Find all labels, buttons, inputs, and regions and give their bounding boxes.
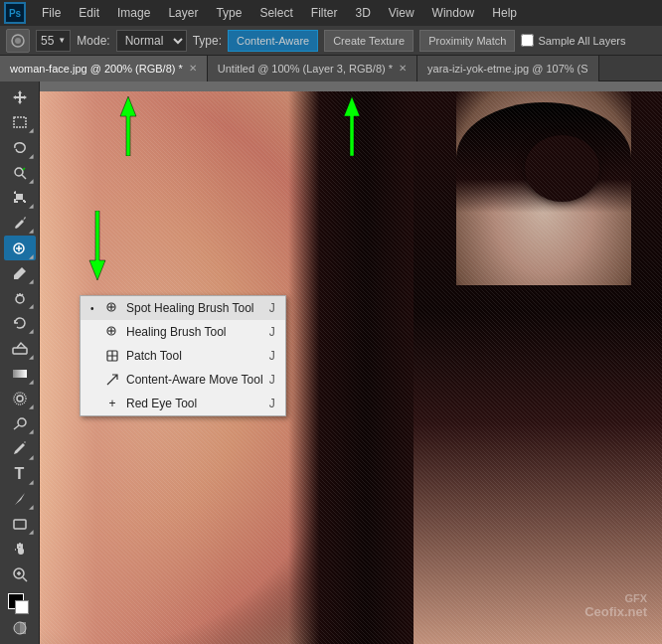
gradient-tool[interactable]: ◢ (4, 362, 36, 386)
menu-3d[interactable]: 3D (347, 3, 378, 23)
tab-woman-label: woman-face.jpg @ 200% (RGB/8) * (10, 63, 183, 75)
mode-label: Mode: (77, 34, 109, 48)
menu-view[interactable]: View (381, 3, 422, 23)
menu-image[interactable]: Image (109, 3, 158, 23)
healing-brush-tool[interactable]: ◢ (4, 236, 36, 259)
tool-context-menu: • Spot Healing Brush Tool J Healing Brus… (80, 295, 286, 416)
svg-line-14 (14, 425, 19, 429)
svg-rect-21 (20, 622, 26, 634)
popup-item-spot-healing[interactable]: • Spot Healing Brush Tool J (81, 296, 285, 320)
spot-healing-icon (104, 300, 120, 316)
brush-dropdown-icon: ▼ (58, 36, 66, 45)
create-texture-btn[interactable]: Create Texture (324, 30, 414, 52)
tool-preset-picker[interactable] (6, 29, 30, 53)
brush-tool[interactable]: ◢ (4, 261, 36, 285)
hand-tool[interactable] (4, 537, 36, 561)
watermark-text: Ceofix.net (584, 604, 647, 619)
popup-label-red-eye: Red Eye Tool (126, 397, 197, 410)
clone-stamp-tool[interactable]: ◢ (4, 286, 36, 310)
tab-yara[interactable]: yara-izi-yok-etme.jpg @ 107% (S (417, 56, 599, 81)
selected-bullet: • (90, 303, 98, 314)
quick-select-tool[interactable]: ◢ (4, 161, 36, 185)
blur-tool[interactable]: ◢ (4, 387, 36, 410)
svg-line-4 (22, 175, 26, 179)
quick-mask-tool[interactable] (4, 616, 36, 640)
zoom-tool[interactable] (4, 562, 36, 585)
popup-shortcut-4: J (269, 397, 275, 410)
menu-layer[interactable]: Layer (160, 3, 206, 23)
patch-tool-icon (104, 348, 120, 364)
svg-rect-15 (14, 520, 26, 529)
menu-type[interactable]: Type (208, 3, 249, 23)
path-selection-tool[interactable]: ◢ (4, 487, 36, 511)
popup-label-content-aware-move: Content-Aware Move Tool (126, 373, 263, 387)
sample-all-layers-checkbox[interactable] (521, 34, 534, 47)
crop-tool[interactable]: ◢ (4, 186, 36, 210)
content-aware-move-icon (104, 372, 120, 388)
tab-woman[interactable]: woman-face.jpg @ 200% (RGB/8) * ✕ (0, 56, 208, 81)
menu-filter[interactable]: Filter (303, 3, 346, 23)
tab-yara-label: yara-izi-yok-etme.jpg @ 107% (S (427, 63, 588, 75)
pen-tool[interactable]: ◢ (4, 436, 36, 460)
tab-untitled-label: Untitled @ 100% (Layer 3, RGB/8) * (218, 63, 393, 75)
popup-shortcut-3: J (269, 373, 275, 387)
svg-point-3 (15, 168, 23, 176)
sample-all-layers-label[interactable]: Sample All Layers (521, 34, 625, 47)
popup-item-red-eye[interactable]: + Red Eye Tool J (81, 392, 285, 415)
svg-point-1 (15, 38, 21, 44)
svg-line-17 (23, 577, 27, 581)
color-boxes[interactable] (4, 591, 36, 615)
menubar: Ps File Edit Image Layer Type Select Fil… (0, 0, 662, 26)
history-brush-tool[interactable]: ◢ (4, 311, 36, 335)
eyedropper-tool[interactable]: ◢ (4, 211, 36, 235)
tabsbar: woman-face.jpg @ 200% (RGB/8) * ✕ Untitl… (0, 56, 662, 81)
popup-label-spot-healing: Spot Healing Brush Tool (126, 301, 254, 315)
eraser-tool[interactable]: ◢ (4, 336, 36, 360)
rectangle-tool[interactable]: ◢ (4, 512, 36, 536)
app-logo: Ps (4, 2, 26, 24)
tab-untitled-close[interactable]: ✕ (399, 63, 407, 74)
brush-size-value: 55 (41, 34, 54, 48)
popup-item-healing-brush[interactable]: Healing Brush Tool J (81, 320, 285, 344)
lasso-tool[interactable]: ◢ (4, 135, 36, 159)
canvas-area[interactable]: GFX Ceofix.net • (40, 81, 662, 644)
optionsbar: 55 ▼ Mode: Normal Multiply Screen Type: … (0, 26, 662, 56)
proximity-match-btn[interactable]: Proximity Match (419, 30, 515, 52)
menu-window[interactable]: Window (424, 3, 483, 23)
content-aware-btn[interactable]: Content-Aware (228, 30, 318, 52)
popup-shortcut-0: J (269, 301, 275, 315)
mode-dropdown[interactable]: Normal Multiply Screen (116, 30, 187, 52)
healing-brush-icon (104, 324, 120, 340)
menu-help[interactable]: Help (484, 3, 525, 23)
watermark-container: GFX Ceofix.net (584, 592, 647, 619)
svg-rect-9 (13, 348, 27, 354)
main-area: ◢ ◢ ◢ ◢ ◢ ◢ ◢ (0, 81, 662, 644)
tab-woman-close[interactable]: ✕ (189, 63, 197, 74)
svg-rect-10 (13, 370, 27, 378)
type-tool[interactable]: T ◢ (4, 462, 36, 486)
menu-select[interactable]: Select (251, 3, 300, 23)
svg-point-8 (16, 295, 24, 303)
popup-label-healing-brush: Healing Brush Tool (126, 325, 227, 339)
brush-size-display[interactable]: 55 ▼ (36, 30, 71, 52)
svg-point-13 (18, 418, 26, 426)
svg-point-11 (14, 393, 26, 404)
move-tool[interactable] (4, 85, 36, 109)
svg-point-12 (17, 396, 23, 402)
popup-shortcut-1: J (269, 325, 275, 339)
menu-edit[interactable]: Edit (71, 3, 107, 23)
svg-rect-2 (14, 117, 26, 127)
type-label: Type: (193, 34, 222, 48)
popup-item-patch-tool[interactable]: Patch Tool J (81, 344, 285, 368)
popup-label-patch-tool: Patch Tool (126, 349, 182, 363)
rectangular-marquee-tool[interactable]: ◢ (4, 110, 36, 134)
menu-file[interactable]: File (34, 3, 69, 23)
popup-item-content-aware-move[interactable]: Content-Aware Move Tool J (81, 368, 285, 392)
red-eye-icon: + (104, 396, 120, 411)
dodge-tool[interactable]: ◢ (4, 411, 36, 435)
tab-untitled[interactable]: Untitled @ 100% (Layer 3, RGB/8) * ✕ (208, 56, 417, 81)
toolbar: ◢ ◢ ◢ ◢ ◢ ◢ ◢ (0, 81, 40, 644)
popup-shortcut-2: J (269, 349, 275, 363)
watermark-gfx: GFX (584, 592, 647, 604)
